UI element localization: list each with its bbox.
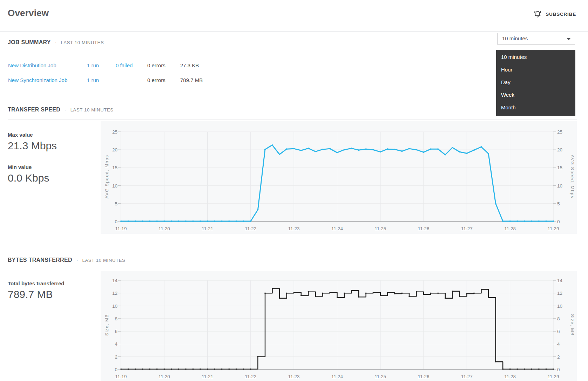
data-point xyxy=(329,292,330,293)
data-point xyxy=(459,151,460,152)
x-tick-label: 11:23 xyxy=(288,374,300,379)
data-point xyxy=(416,149,417,150)
job-transferred: 27.3 KB xyxy=(180,62,199,68)
separator-dot: · xyxy=(55,40,57,45)
data-point xyxy=(351,148,352,149)
x-tick-label: 11:21 xyxy=(202,374,213,379)
data-point xyxy=(423,294,424,295)
x-tick-label: 11:26 xyxy=(418,374,430,379)
y-tick-label-right: 0 xyxy=(557,219,560,224)
data-point xyxy=(322,149,323,150)
data-point xyxy=(394,293,395,294)
data-point xyxy=(481,146,482,148)
data-point xyxy=(120,220,122,222)
menu-item-hour[interactable]: Hour xyxy=(496,63,575,76)
x-tick-label: 11:19 xyxy=(115,374,127,379)
header-bar: Overview SUBSCRIBE xyxy=(0,0,588,32)
data-point xyxy=(380,151,381,152)
data-point xyxy=(178,220,179,222)
job-link[interactable]: New Distribution Job xyxy=(8,62,87,68)
transfer-speed-range: LAST 10 MINUTES xyxy=(70,107,114,113)
data-point xyxy=(171,220,172,222)
data-point xyxy=(250,369,251,370)
data-point xyxy=(243,369,244,370)
total-bytes-value: 789.7 MB xyxy=(8,288,53,300)
data-point xyxy=(279,298,280,299)
data-point xyxy=(409,296,410,297)
y-axis-label-left: AVG Speed, Mbps xyxy=(104,155,109,198)
data-point xyxy=(553,220,554,222)
job-runs-link[interactable]: 1 run xyxy=(87,62,116,68)
subscribe-button[interactable]: SUBSCRIBE xyxy=(533,10,576,19)
data-point xyxy=(524,369,525,370)
data-point xyxy=(445,298,446,299)
data-point xyxy=(502,220,503,222)
y-tick-label-left: 6 xyxy=(115,329,117,334)
data-point xyxy=(546,369,547,370)
y-tick-label-left: 0 xyxy=(115,367,117,372)
data-point xyxy=(445,154,446,156)
data-point xyxy=(207,369,208,370)
data-point xyxy=(387,148,388,150)
data-point xyxy=(358,297,359,298)
max-value: 21.3 Mbps xyxy=(8,140,57,152)
y-tick-label-left: 10 xyxy=(112,304,117,309)
menu-item-month[interactable]: Month xyxy=(496,101,575,114)
menu-item-week[interactable]: Week xyxy=(496,89,575,101)
transfer-speed-title: TRANSFER SPEED xyxy=(8,107,60,113)
chevron-down-icon xyxy=(567,38,570,40)
bytes-transferred-range: LAST 10 MINUTES xyxy=(82,258,125,263)
data-point xyxy=(192,220,194,222)
data-point xyxy=(307,148,309,149)
data-point xyxy=(531,369,532,370)
x-tick-label: 11:22 xyxy=(245,226,257,231)
y-tick-label-right: 20 xyxy=(557,147,562,152)
job-link[interactable]: New Synchronization Job xyxy=(8,77,87,83)
job-failed-link[interactable]: 0 failed xyxy=(116,62,147,68)
data-point xyxy=(401,150,403,152)
data-point xyxy=(337,152,338,153)
table-row-synchronization-job: New Synchronization Job 1 run 0 errors 7… xyxy=(8,77,203,83)
x-tick-label: 11:26 xyxy=(418,226,430,231)
x-tick-label: 11:29 xyxy=(548,226,559,231)
data-point xyxy=(329,148,331,149)
job-runs-link[interactable]: 1 run xyxy=(87,77,116,83)
data-point xyxy=(221,220,223,222)
y-tick-label-right: 10 xyxy=(557,183,562,189)
data-point xyxy=(300,295,302,296)
divider xyxy=(8,120,577,120)
data-point xyxy=(466,293,467,294)
data-point xyxy=(509,220,511,222)
time-range-select[interactable]: 10 minutes xyxy=(497,33,575,45)
y-tick-label-right: 2 xyxy=(557,354,560,360)
data-point xyxy=(315,296,316,297)
data-point xyxy=(488,297,489,298)
data-point xyxy=(430,148,432,150)
data-point xyxy=(423,151,424,153)
data-point xyxy=(437,148,439,150)
menu-item-day[interactable]: Day xyxy=(496,76,575,89)
menu-item-10-minutes[interactable]: 10 minutes xyxy=(496,51,575,63)
bytes-transferred-chart-box: 11:1911:2011:2111:2211:2311:2411:2511:26… xyxy=(101,271,577,381)
data-point xyxy=(135,369,136,370)
data-point xyxy=(495,361,496,362)
data-point xyxy=(264,149,266,150)
total-bytes-label: Total bytes transferred xyxy=(8,280,64,286)
y-tick-label-left: 2 xyxy=(115,354,117,360)
data-point xyxy=(438,293,439,294)
data-point xyxy=(516,220,518,222)
y-tick-label-right: 5 xyxy=(557,201,560,206)
data-point xyxy=(250,220,251,222)
data-point xyxy=(373,292,374,293)
data-point xyxy=(394,149,396,150)
y-tick-label-right: 6 xyxy=(557,329,560,334)
data-point xyxy=(272,288,273,289)
data-point xyxy=(300,150,302,151)
data-point xyxy=(473,149,475,151)
data-point xyxy=(315,151,316,152)
data-point xyxy=(337,297,338,298)
data-point xyxy=(171,369,172,370)
data-point xyxy=(452,147,453,148)
min-value: 0.0 Kbps xyxy=(8,172,49,184)
x-tick-label: 11:24 xyxy=(331,226,343,231)
